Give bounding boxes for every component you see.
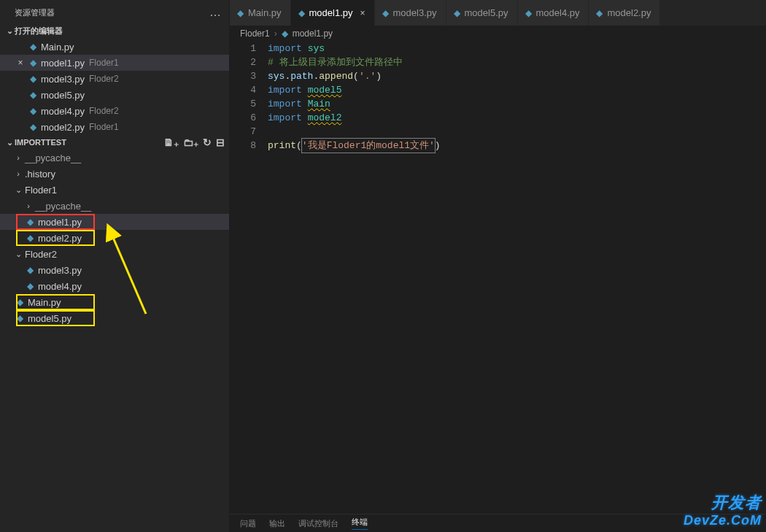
code-editor[interactable]: 12345678 import sys# 将上级目录添加到文件路径中sys.pa… (230, 42, 766, 514)
chevron-down-icon: ⌄ (13, 185, 23, 195)
breadcrumb: Floder1 › ◆ model1.py (230, 26, 766, 42)
file-dir: Floder2 (85, 74, 119, 84)
chevron-right-icon: › (13, 169, 23, 178)
code-line[interactable]: sys.path.append('.') (268, 69, 759, 83)
line-number: 1 (230, 42, 256, 55)
breadcrumb-file[interactable]: model1.py (293, 28, 333, 39)
panel-tab[interactable]: 调试控制台 (298, 518, 338, 529)
code-line[interactable]: # 将上级目录添加到文件路径中 (268, 55, 759, 69)
python-icon: ◆ (237, 8, 244, 18)
folder-item[interactable]: ›__pycache__ (0, 198, 229, 214)
python-icon: ◆ (26, 122, 39, 132)
new-file-icon[interactable]: 🗎₊ (163, 137, 179, 147)
folder-label: __pycache__ (34, 201, 91, 212)
open-editor-item[interactable]: ◆model4.pyFloder2 (0, 103, 229, 119)
python-icon: ◆ (26, 58, 39, 68)
file-label: Main.py (26, 297, 61, 308)
collapse-all-icon[interactable]: ⊟ (216, 137, 225, 147)
file-item[interactable]: ◆model5.py (0, 310, 229, 326)
open-editor-item[interactable]: ×◆model1.pyFloder1 (0, 55, 229, 71)
editor-tab[interactable]: ◆model5.py (446, 0, 518, 26)
open-editors-label: 打开的编辑器 (15, 26, 225, 36)
editor-tab[interactable]: ◆model2.py (589, 0, 660, 26)
folder-item[interactable]: ⌄Floder1 (0, 182, 229, 198)
file-item[interactable]: ◆Main.py (0, 294, 229, 310)
folder-label: .history (23, 169, 55, 180)
code-line[interactable]: import sys (268, 42, 759, 55)
file-label: Main.py (39, 42, 74, 53)
workspace-tree: ›__pycache__›.history⌄Floder1›__pycache_… (0, 150, 229, 326)
python-icon: ◆ (454, 8, 460, 18)
file-label: model4.py (39, 106, 85, 117)
open-editor-item[interactable]: ◆model3.pyFloder2 (0, 71, 229, 87)
open-editors-header[interactable]: ⌄ 打开的编辑器 (0, 23, 229, 39)
tab-label: model4.py (536, 7, 580, 18)
python-icon: ◆ (26, 90, 39, 100)
folder-item[interactable]: ›.history (0, 166, 229, 182)
panel-tab[interactable]: 输出 (269, 518, 285, 529)
python-icon: ◆ (26, 106, 39, 116)
chevron-down-icon: ⌄ (4, 138, 15, 147)
python-icon: ◆ (382, 8, 389, 18)
python-icon: ◆ (13, 313, 26, 323)
editor-tab[interactable]: ◆model1.py× (291, 0, 375, 26)
line-number: 7 (230, 125, 256, 139)
folder-label: Floder1 (23, 185, 57, 196)
explorer-sidebar: 资源管理器 … ⌄ 打开的编辑器 ◆Main.py×◆model1.pyFlod… (0, 0, 230, 532)
line-number-gutter: 12345678 (230, 42, 268, 514)
panel-tab[interactable]: 终端 (352, 517, 368, 530)
explorer-more-icon[interactable]: … (209, 6, 222, 19)
chevron-right-icon: › (23, 201, 34, 210)
chevron-down-icon: ⌄ (4, 26, 15, 36)
tab-label: model5.py (465, 7, 508, 18)
bottom-panel-tabs: 问题输出调试控制台终端 (230, 514, 766, 532)
python-icon: ◆ (282, 28, 288, 39)
python-icon: ◆ (23, 281, 36, 291)
editor-tab[interactable]: ◆model3.py (375, 0, 446, 26)
folder-item[interactable]: ›__pycache__ (0, 150, 229, 166)
file-item[interactable]: ◆model2.py (0, 230, 229, 246)
file-label: model2.py (36, 233, 82, 244)
editor-pane: ◆Main.py◆model1.py×◆model3.py◆model5.py◆… (230, 0, 766, 532)
chevron-down-icon: ⌄ (13, 250, 23, 259)
file-item[interactable]: ◆model1.py (0, 214, 229, 230)
file-item[interactable]: ◆model4.py (0, 278, 229, 294)
python-icon: ◆ (298, 8, 305, 18)
file-dir: Floder1 (85, 58, 119, 68)
code-line[interactable] (268, 125, 759, 139)
refresh-icon[interactable]: ↻ (203, 137, 212, 147)
new-folder-icon[interactable]: 🗀₊ (183, 137, 198, 147)
breadcrumb-folder[interactable]: Floder1 (240, 28, 270, 39)
python-icon: ◆ (26, 74, 39, 84)
workspace-header[interactable]: ⌄ IMPORTTEST 🗎₊ 🗀₊ ↻ ⊟ (0, 135, 229, 150)
close-icon[interactable]: × (15, 58, 26, 68)
tab-label: model2.py (607, 7, 651, 18)
python-icon: ◆ (23, 265, 36, 275)
python-icon: ◆ (23, 233, 36, 243)
editor-tab[interactable]: ◆model4.py (518, 0, 589, 26)
breadcrumb-sep: › (274, 28, 277, 39)
line-number: 8 (230, 139, 256, 153)
file-label: model5.py (39, 90, 85, 101)
open-editors-list: ◆Main.py×◆model1.pyFloder1◆model3.pyFlod… (0, 39, 229, 135)
code-content[interactable]: import sys# 将上级目录添加到文件路径中sys.path.append… (268, 42, 766, 514)
code-line[interactable]: import Main (268, 97, 759, 111)
editor-tab[interactable]: ◆Main.py (230, 0, 291, 26)
close-icon[interactable]: × (360, 8, 365, 18)
tab-label: Main.py (248, 7, 282, 18)
panel-tab[interactable]: 问题 (240, 518, 256, 529)
code-line[interactable]: import model5 (268, 83, 759, 97)
folder-item[interactable]: ⌄Floder2 (0, 246, 229, 262)
open-editor-item[interactable]: ◆model2.pyFloder1 (0, 119, 229, 135)
folder-label: Floder2 (23, 249, 57, 260)
file-label: model4.py (36, 281, 82, 292)
python-icon: ◆ (23, 217, 36, 227)
code-line[interactable]: import model2 (268, 111, 759, 125)
file-item[interactable]: ◆model3.py (0, 262, 229, 278)
file-dir: Floder2 (85, 106, 119, 116)
open-editor-item[interactable]: ◆model5.py (0, 87, 229, 103)
file-label: model3.py (39, 74, 85, 85)
file-label: model1.py (39, 58, 85, 69)
open-editor-item[interactable]: ◆Main.py (0, 39, 229, 55)
code-line[interactable]: print('我是Floder1的model1文件') (268, 139, 759, 153)
